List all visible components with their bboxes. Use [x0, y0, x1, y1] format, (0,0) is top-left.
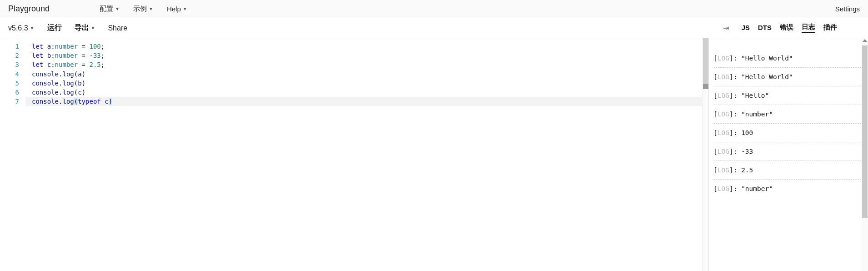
version-label: v5.6.3 [8, 24, 28, 32]
tab-js[interactable]: JS [742, 24, 750, 32]
log-row: [LOG]: "number" [713, 105, 863, 124]
tab-dts[interactable]: DTS [758, 24, 772, 32]
caret-down-icon: ▼ [149, 6, 153, 11]
collapse-arrow-icon[interactable]: ⇥ [723, 24, 729, 32]
editor-pane: 1234567 let a:number = 100;let b:number … [0, 38, 709, 271]
menu-help-label: Help [167, 5, 181, 13]
line-number: 6 [0, 88, 19, 97]
tab-plugins[interactable]: 插件 [823, 23, 837, 33]
menu-examples-label: 示例 [133, 5, 147, 13]
scrollbar-thumb[interactable] [703, 38, 708, 84]
code-line[interactable]: let a:number = 100; [25, 42, 708, 51]
code-line[interactable]: console.log(a) [25, 70, 708, 79]
top-menu: 配置 ▼ 示例 ▼ Help ▼ [100, 5, 187, 13]
line-number: 4 [0, 70, 19, 79]
output-scrollbar[interactable] [862, 38, 868, 271]
caret-down-icon: ▼ [115, 6, 120, 11]
app-title: Playground [8, 4, 50, 14]
log-row: [LOG]: 2.5 [713, 161, 863, 180]
code-line[interactable]: let b:number = -33; [25, 51, 708, 60]
toolbar: v5.6.3 ▼ 运行 导出 ▼ Share ⇥ JS DTS 错误 日志 插件 [0, 18, 868, 38]
line-number: 1 [0, 42, 19, 51]
topbar: Playground 配置 ▼ 示例 ▼ Help ▼ Settings [0, 0, 868, 18]
line-number: 7 [0, 97, 19, 106]
export-label: 导出 [75, 23, 89, 33]
export-dropdown[interactable]: 导出 ▼ [75, 23, 95, 33]
scrollbar-marker [703, 84, 708, 89]
tab-errors[interactable]: 错误 [780, 23, 793, 33]
line-number: 3 [0, 60, 19, 69]
share-button[interactable]: Share [108, 24, 127, 32]
code-line[interactable]: console.log(typeof c) [25, 97, 708, 106]
log-row: [LOG]: 100 [713, 124, 863, 142]
tab-logs[interactable]: 日志 [802, 23, 815, 33]
line-number-gutter: 1234567 [0, 38, 25, 271]
log-row: [LOG]: "number" [713, 180, 863, 198]
scroll-up-icon[interactable] [863, 39, 867, 42]
code-editor[interactable]: let a:number = 100;let b:number = -33;le… [25, 38, 708, 271]
log-row: [LOG]: "Hello World" [713, 49, 863, 68]
caret-down-icon: ▼ [183, 6, 187, 11]
settings-link[interactable]: Settings [835, 5, 860, 13]
output-tabs: JS DTS 错误 日志 插件 [742, 23, 860, 33]
menu-help[interactable]: Help ▼ [167, 5, 187, 13]
log-output: [LOG]: "Hello World"[LOG]: "Hello World"… [709, 38, 868, 202]
caret-down-icon: ▼ [91, 25, 95, 30]
menu-examples[interactable]: 示例 ▼ [133, 5, 153, 13]
line-number: 2 [0, 51, 19, 60]
code-line[interactable]: console.log(b) [25, 79, 708, 88]
log-row: [LOG]: "Hello World" [713, 68, 863, 86]
menu-config[interactable]: 配置 ▼ [100, 5, 120, 13]
main: 1234567 let a:number = 100;let b:number … [0, 38, 868, 271]
editor-scrollbar[interactable] [702, 38, 708, 271]
caret-down-icon: ▼ [30, 25, 35, 30]
log-row: [LOG]: "Hello" [713, 86, 863, 105]
code-line[interactable]: let c:number = 2.5; [25, 60, 708, 69]
log-row: [LOG]: -33 [713, 142, 863, 161]
code-line[interactable]: console.log(c) [25, 88, 708, 97]
run-button[interactable]: 运行 [47, 23, 62, 33]
menu-config-label: 配置 [100, 5, 113, 13]
line-number: 5 [0, 79, 19, 88]
output-pane: [LOG]: "Hello World"[LOG]: "Hello World"… [709, 38, 868, 271]
version-dropdown[interactable]: v5.6.3 ▼ [8, 24, 35, 32]
scrollbar-thumb[interactable] [862, 45, 868, 218]
